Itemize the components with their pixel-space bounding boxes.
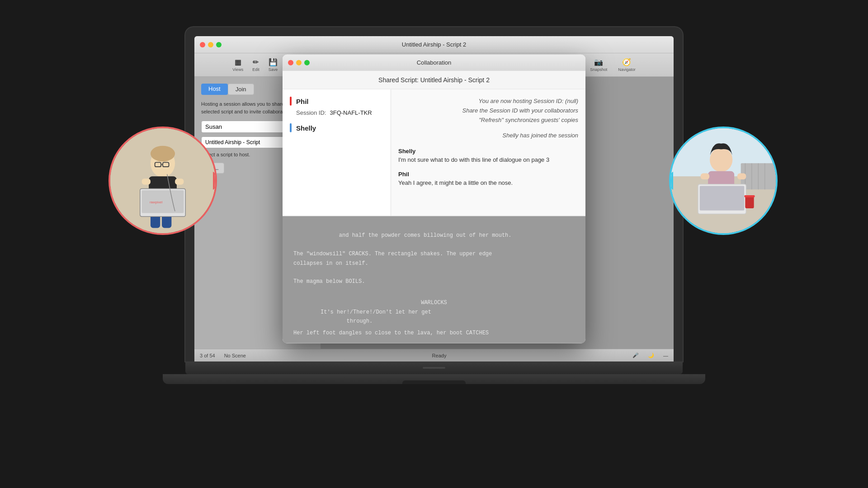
modal-script-dialogue2: It's her!/There!/Don't let her get throu…: [321, 307, 547, 326]
mic-icon: 🎤: [632, 352, 639, 358]
collaboration-modal: Collaboration Shared Script: Untitled Ai…: [283, 55, 585, 343]
modal-close-button[interactable]: [288, 60, 293, 65]
svg-point-3: [151, 146, 175, 162]
laptop-notch: [402, 380, 466, 384]
chat-text-2: Yeah I agree, it might be a little on th…: [398, 178, 578, 188]
screen-bezel: Untitled Airship - Script 2 ▦ Views ✏ Ed…: [185, 27, 683, 361]
phil-color-indicator: [290, 97, 292, 106]
modal-titlebar: Collaboration: [283, 55, 585, 71]
modal-subtitle: Shared Script: Untitled Airship - Script…: [283, 71, 585, 89]
phil-name: Phil: [296, 97, 309, 105]
shelly-color-indicator: [290, 123, 292, 132]
svg-point-23: [710, 148, 732, 172]
toolbar-views[interactable]: ▦ Views: [229, 56, 247, 73]
app-statusbar: 3 of 54 No Scene Ready 🎤 🌙 —: [194, 349, 674, 361]
laptop-container: rawpixel: [163, 27, 705, 461]
status-text: Ready: [255, 353, 623, 358]
toolbar-navigator[interactable]: 🧭 Navigator: [614, 56, 639, 73]
svg-rect-29: [745, 196, 754, 208]
join-tab[interactable]: Join: [228, 84, 254, 95]
person-left-bubble: rawpixel: [108, 127, 217, 235]
svg-text:rawpixel: rawpixel: [150, 200, 163, 204]
modal-info-panel: You are now hosting Session ID: (null)Sh…: [391, 89, 585, 216]
laptop-base: [163, 374, 705, 384]
laptop-screen: Untitled Airship - Script 2 ▦ Views ✏ Ed…: [194, 36, 674, 361]
svg-rect-9: [175, 178, 184, 185]
modal-script-character2: WARLOCKS: [293, 298, 575, 307]
host-tab[interactable]: Host: [201, 84, 228, 95]
svg-rect-13: [142, 190, 184, 213]
session-id-value: 3FQ-NAFL-TKR: [330, 109, 372, 116]
modal-users-panel: Phil Session ID: 3FQ-NAFL-TKR Shelly: [283, 89, 391, 216]
chat-text-1: I'm not sure what to do with this line o…: [398, 155, 578, 164]
session-id-label: Session ID:: [296, 109, 326, 116]
user-phil: Phil: [290, 97, 383, 106]
maximize-button[interactable]: [216, 42, 222, 47]
session-info-text: You are now hosting Session ID: (null)Sh…: [398, 97, 578, 125]
session-id-row: Session ID: 3FQ-NAFL-TKR: [296, 109, 383, 116]
chat-message-1: Shelly I'm not sure what to do with this…: [398, 148, 578, 164]
joined-notification: Shelly has joined the session: [398, 132, 578, 139]
modal-title: Collaboration: [417, 59, 452, 66]
app-title: Untitled Airship - Script 2: [402, 41, 466, 48]
minimize-button[interactable]: [208, 42, 213, 47]
page-info: 3 of 54: [200, 353, 215, 358]
wifi-icon: —: [663, 353, 668, 358]
modal-traffic-lights: [288, 60, 310, 65]
svg-rect-30: [744, 195, 755, 197]
person-right-bubble: [669, 127, 778, 235]
speech-tail-left: [213, 172, 217, 190]
user-shelly: Shelly: [290, 123, 383, 132]
traffic-lights: [200, 42, 222, 47]
toolbar-snapshot[interactable]: 📷 Snapshot: [586, 56, 611, 73]
laptop-hinge: [185, 361, 683, 374]
modal-body: Phil Session ID: 3FQ-NAFL-TKR Shelly: [283, 89, 585, 216]
modal-minimize-button[interactable]: [296, 60, 302, 65]
scene-info: No Scene: [224, 353, 246, 358]
toolbar-edit[interactable]: ✏ Edit: [249, 56, 263, 73]
toolbar-save[interactable]: 💾 Save: [265, 56, 282, 73]
svg-rect-26: [737, 174, 746, 180]
modal-maximize-button[interactable]: [304, 60, 310, 65]
shelly-name: Shelly: [296, 124, 316, 131]
speech-tail-right: [669, 172, 673, 190]
moon-icon: 🌙: [648, 352, 654, 358]
chat-message-2: Phil Yeah I agree, it might be a little …: [398, 171, 578, 188]
app-background: Untitled Airship - Script 2 ▦ Views ✏ Ed…: [194, 36, 674, 361]
modal-script-bottom: and half the powder comes billowing out …: [293, 222, 575, 296]
chat-sender-1: Shelly: [398, 148, 578, 155]
app-titlebar: Untitled Airship - Script 2: [194, 36, 674, 53]
svg-rect-28: [700, 186, 745, 211]
modal-script-bottom2: Her left foot dangles so close to the la…: [293, 328, 575, 338]
svg-rect-25: [701, 174, 709, 180]
svg-rect-8: [142, 178, 151, 185]
chat-sender-2: Phil: [398, 171, 578, 178]
close-button[interactable]: [200, 42, 205, 47]
